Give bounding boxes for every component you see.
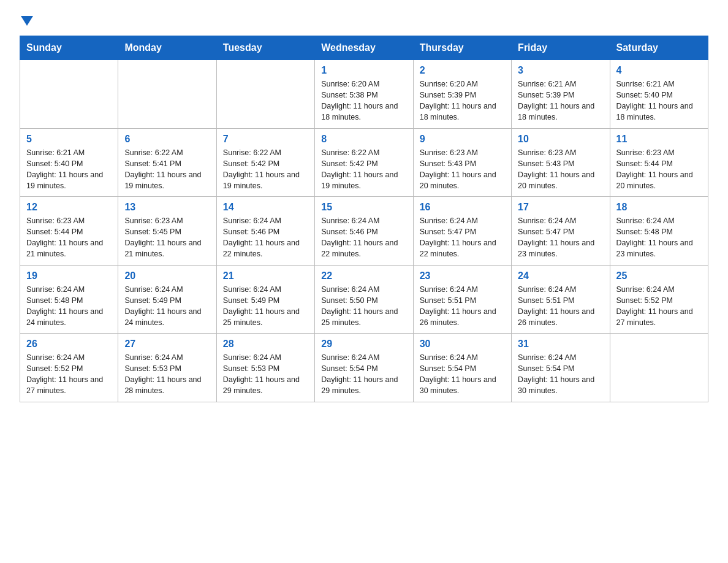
day-number: 22 xyxy=(321,270,406,282)
calendar-cell: 15Sunrise: 6:24 AM Sunset: 5:46 PM Dayli… xyxy=(315,197,413,266)
day-number: 20 xyxy=(124,270,210,282)
day-number: 26 xyxy=(26,339,112,350)
calendar-cell: 27Sunrise: 6:24 AM Sunset: 5:53 PM Dayli… xyxy=(118,334,216,402)
day-of-week-header-tuesday: Tuesday xyxy=(216,36,314,60)
day-number: 28 xyxy=(223,339,308,350)
calendar-cell: 25Sunrise: 6:24 AM Sunset: 5:52 PM Dayli… xyxy=(610,265,708,334)
calendar-cell: 30Sunrise: 6:24 AM Sunset: 5:54 PM Dayli… xyxy=(413,334,511,402)
calendar-week-row: 19Sunrise: 6:24 AM Sunset: 5:48 PM Dayli… xyxy=(20,265,708,334)
day-info: Sunrise: 6:24 AM Sunset: 5:46 PM Dayligh… xyxy=(321,215,406,260)
day-number: 29 xyxy=(321,339,406,350)
day-number: 7 xyxy=(223,134,308,145)
day-info: Sunrise: 6:20 AM Sunset: 5:39 PM Dayligh… xyxy=(420,79,505,123)
day-number: 30 xyxy=(420,339,505,350)
day-of-week-header-thursday: Thursday xyxy=(413,36,511,60)
day-number: 31 xyxy=(518,339,603,350)
calendar-cell xyxy=(610,334,708,402)
calendar-cell: 9Sunrise: 6:23 AM Sunset: 5:43 PM Daylig… xyxy=(413,128,511,197)
day-info: Sunrise: 6:24 AM Sunset: 5:54 PM Dayligh… xyxy=(420,352,505,397)
calendar-cell: 26Sunrise: 6:24 AM Sunset: 5:52 PM Dayli… xyxy=(20,334,118,402)
calendar-cell: 18Sunrise: 6:24 AM Sunset: 5:48 PM Dayli… xyxy=(610,197,708,266)
calendar-cell: 6Sunrise: 6:22 AM Sunset: 5:41 PM Daylig… xyxy=(118,128,216,197)
day-of-week-header-sunday: Sunday xyxy=(20,36,118,60)
page-header xyxy=(20,15,708,25)
calendar-cell: 10Sunrise: 6:23 AM Sunset: 5:43 PM Dayli… xyxy=(512,128,610,197)
calendar-cell: 3Sunrise: 6:21 AM Sunset: 5:39 PM Daylig… xyxy=(512,60,610,129)
calendar-cell: 29Sunrise: 6:24 AM Sunset: 5:54 PM Dayli… xyxy=(315,334,413,402)
day-info: Sunrise: 6:22 AM Sunset: 5:41 PM Dayligh… xyxy=(124,147,210,192)
day-number: 11 xyxy=(616,134,702,145)
calendar-week-row: 26Sunrise: 6:24 AM Sunset: 5:52 PM Dayli… xyxy=(20,334,708,402)
day-info: Sunrise: 6:24 AM Sunset: 5:49 PM Dayligh… xyxy=(124,284,210,329)
day-info: Sunrise: 6:21 AM Sunset: 5:39 PM Dayligh… xyxy=(518,79,603,123)
day-number: 1 xyxy=(321,65,406,76)
day-info: Sunrise: 6:24 AM Sunset: 5:47 PM Dayligh… xyxy=(518,215,603,260)
calendar-cell: 1Sunrise: 6:20 AM Sunset: 5:38 PM Daylig… xyxy=(315,60,413,129)
day-info: Sunrise: 6:24 AM Sunset: 5:52 PM Dayligh… xyxy=(26,352,112,397)
day-info: Sunrise: 6:24 AM Sunset: 5:48 PM Dayligh… xyxy=(26,284,112,329)
day-number: 8 xyxy=(321,134,406,145)
calendar-cell: 22Sunrise: 6:24 AM Sunset: 5:50 PM Dayli… xyxy=(315,265,413,334)
day-of-week-header-friday: Friday xyxy=(512,36,610,60)
calendar-cell xyxy=(216,60,314,129)
day-info: Sunrise: 6:24 AM Sunset: 5:46 PM Dayligh… xyxy=(223,215,308,260)
day-info: Sunrise: 6:24 AM Sunset: 5:53 PM Dayligh… xyxy=(223,352,308,397)
day-info: Sunrise: 6:24 AM Sunset: 5:52 PM Dayligh… xyxy=(616,284,702,329)
calendar-cell: 2Sunrise: 6:20 AM Sunset: 5:39 PM Daylig… xyxy=(413,60,511,129)
day-number: 6 xyxy=(124,134,210,145)
calendar-cell: 11Sunrise: 6:23 AM Sunset: 5:44 PM Dayli… xyxy=(610,128,708,197)
logo-triangle-icon xyxy=(21,16,33,26)
day-info: Sunrise: 6:24 AM Sunset: 5:51 PM Dayligh… xyxy=(420,284,505,329)
calendar-cell: 8Sunrise: 6:22 AM Sunset: 5:42 PM Daylig… xyxy=(315,128,413,197)
day-info: Sunrise: 6:23 AM Sunset: 5:43 PM Dayligh… xyxy=(420,147,505,192)
calendar-cell xyxy=(118,60,216,129)
day-number: 18 xyxy=(616,202,702,213)
calendar-cell: 12Sunrise: 6:23 AM Sunset: 5:44 PM Dayli… xyxy=(20,197,118,266)
calendar-cell xyxy=(20,60,118,129)
day-number: 13 xyxy=(124,202,210,213)
day-number: 10 xyxy=(518,134,603,145)
calendar-week-row: 12Sunrise: 6:23 AM Sunset: 5:44 PM Dayli… xyxy=(20,197,708,266)
calendar-cell: 20Sunrise: 6:24 AM Sunset: 5:49 PM Dayli… xyxy=(118,265,216,334)
day-info: Sunrise: 6:22 AM Sunset: 5:42 PM Dayligh… xyxy=(321,147,406,192)
day-number: 23 xyxy=(420,270,505,282)
calendar-cell: 21Sunrise: 6:24 AM Sunset: 5:49 PM Dayli… xyxy=(216,265,314,334)
day-number: 14 xyxy=(223,202,308,213)
day-info: Sunrise: 6:24 AM Sunset: 5:53 PM Dayligh… xyxy=(124,352,210,397)
calendar-week-row: 5Sunrise: 6:21 AM Sunset: 5:40 PM Daylig… xyxy=(20,128,708,197)
day-info: Sunrise: 6:24 AM Sunset: 5:47 PM Dayligh… xyxy=(420,215,505,260)
day-number: 24 xyxy=(518,270,603,282)
day-number: 9 xyxy=(420,134,505,145)
calendar-cell: 23Sunrise: 6:24 AM Sunset: 5:51 PM Dayli… xyxy=(413,265,511,334)
day-info: Sunrise: 6:24 AM Sunset: 5:49 PM Dayligh… xyxy=(223,284,308,329)
day-number: 16 xyxy=(420,202,505,213)
day-number: 25 xyxy=(616,270,702,282)
day-number: 17 xyxy=(518,202,603,213)
day-number: 4 xyxy=(616,65,702,76)
day-of-week-header-saturday: Saturday xyxy=(610,36,708,60)
day-of-week-header-wednesday: Wednesday xyxy=(315,36,413,60)
calendar-cell: 28Sunrise: 6:24 AM Sunset: 5:53 PM Dayli… xyxy=(216,334,314,402)
day-info: Sunrise: 6:23 AM Sunset: 5:44 PM Dayligh… xyxy=(616,147,702,192)
calendar-cell: 13Sunrise: 6:23 AM Sunset: 5:45 PM Dayli… xyxy=(118,197,216,266)
day-number: 21 xyxy=(223,270,308,282)
day-info: Sunrise: 6:20 AM Sunset: 5:38 PM Dayligh… xyxy=(321,79,406,123)
day-number: 3 xyxy=(518,65,603,76)
day-info: Sunrise: 6:24 AM Sunset: 5:51 PM Dayligh… xyxy=(518,284,603,329)
day-number: 5 xyxy=(26,134,112,145)
calendar-table: SundayMondayTuesdayWednesdayThursdayFrid… xyxy=(20,36,708,402)
calendar-cell: 19Sunrise: 6:24 AM Sunset: 5:48 PM Dayli… xyxy=(20,265,118,334)
calendar-cell: 17Sunrise: 6:24 AM Sunset: 5:47 PM Dayli… xyxy=(512,197,610,266)
calendar-cell: 24Sunrise: 6:24 AM Sunset: 5:51 PM Dayli… xyxy=(512,265,610,334)
calendar-header-row: SundayMondayTuesdayWednesdayThursdayFrid… xyxy=(20,36,708,60)
day-of-week-header-monday: Monday xyxy=(118,36,216,60)
day-info: Sunrise: 6:21 AM Sunset: 5:40 PM Dayligh… xyxy=(616,79,702,123)
day-info: Sunrise: 6:23 AM Sunset: 5:44 PM Dayligh… xyxy=(26,215,112,260)
day-info: Sunrise: 6:24 AM Sunset: 5:54 PM Dayligh… xyxy=(321,352,406,397)
calendar-cell: 14Sunrise: 6:24 AM Sunset: 5:46 PM Dayli… xyxy=(216,197,314,266)
calendar-cell: 16Sunrise: 6:24 AM Sunset: 5:47 PM Dayli… xyxy=(413,197,511,266)
day-info: Sunrise: 6:24 AM Sunset: 5:50 PM Dayligh… xyxy=(321,284,406,329)
day-number: 27 xyxy=(124,339,210,350)
calendar-cell: 7Sunrise: 6:22 AM Sunset: 5:42 PM Daylig… xyxy=(216,128,314,197)
calendar-cell: 31Sunrise: 6:24 AM Sunset: 5:54 PM Dayli… xyxy=(512,334,610,402)
